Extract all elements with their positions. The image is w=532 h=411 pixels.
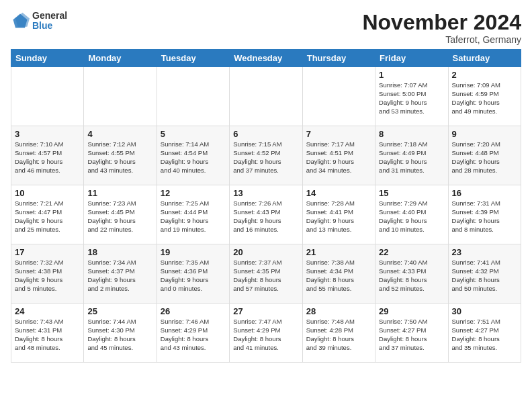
day-number: 11 — [87, 188, 152, 198]
day-number: 21 — [306, 247, 371, 257]
day-number: 13 — [233, 188, 298, 198]
day-number: 19 — [161, 247, 226, 257]
day-info: Sunrise: 7:43 AM Sunset: 4:31 PM Dayligh… — [15, 318, 80, 352]
table-row: 18Sunrise: 7:34 AM Sunset: 4:37 PM Dayli… — [84, 244, 157, 304]
table-row: 5Sunrise: 7:14 AM Sunset: 4:54 PM Daylig… — [157, 126, 229, 185]
day-info: Sunrise: 7:38 AM Sunset: 4:34 PM Dayligh… — [306, 259, 371, 293]
day-info: Sunrise: 7:47 AM Sunset: 4:29 PM Dayligh… — [233, 318, 298, 352]
table-row: 27Sunrise: 7:47 AM Sunset: 4:29 PM Dayli… — [230, 304, 302, 363]
day-info: Sunrise: 7:29 AM Sunset: 4:40 PM Dayligh… — [379, 199, 444, 234]
table-row: 6Sunrise: 7:15 AM Sunset: 4:52 PM Daylig… — [230, 126, 302, 185]
calendar-container: General Blue November 2024 Taferrot, Ger… — [0, 0, 532, 369]
day-number: 25 — [87, 306, 152, 316]
month-title: November 2024 — [362, 11, 521, 34]
table-row: 19Sunrise: 7:35 AM Sunset: 4:36 PM Dayli… — [157, 244, 229, 304]
day-number: 29 — [379, 306, 444, 316]
day-info: Sunrise: 7:48 AM Sunset: 4:28 PM Dayligh… — [306, 318, 371, 352]
table-row: 22Sunrise: 7:40 AM Sunset: 4:33 PM Dayli… — [375, 244, 448, 304]
table-row: 8Sunrise: 7:18 AM Sunset: 4:49 PM Daylig… — [375, 126, 448, 185]
calendar-week-row: 17Sunrise: 7:32 AM Sunset: 4:38 PM Dayli… — [11, 244, 521, 304]
table-row — [157, 67, 229, 126]
svg-marker-1 — [15, 13, 30, 27]
title-block: November 2024 Taferrot, Germany — [362, 11, 521, 45]
day-number: 16 — [452, 188, 517, 198]
day-info: Sunrise: 7:12 AM Sunset: 4:55 PM Dayligh… — [87, 140, 152, 175]
calendar-header-row: Sunday Monday Tuesday Wednesday Thursday… — [11, 50, 521, 67]
logo-general-label: General — [32, 11, 67, 21]
day-number: 24 — [15, 306, 80, 316]
day-number: 6 — [233, 129, 298, 139]
table-row: 10Sunrise: 7:21 AM Sunset: 4:47 PM Dayli… — [11, 185, 84, 244]
day-info: Sunrise: 7:40 AM Sunset: 4:33 PM Dayligh… — [379, 259, 444, 293]
table-row: 7Sunrise: 7:17 AM Sunset: 4:51 PM Daylig… — [302, 126, 375, 185]
day-number: 2 — [452, 70, 517, 80]
day-number: 7 — [306, 129, 371, 139]
table-row: 2Sunrise: 7:09 AM Sunset: 4:59 PM Daylig… — [448, 67, 521, 126]
logo-blue-label: Blue — [32, 21, 67, 31]
day-info: Sunrise: 7:31 AM Sunset: 4:39 PM Dayligh… — [452, 199, 517, 234]
location-label: Taferrot, Germany — [362, 34, 521, 45]
day-info: Sunrise: 7:25 AM Sunset: 4:44 PM Dayligh… — [161, 199, 226, 234]
day-number: 9 — [452, 129, 517, 139]
day-info: Sunrise: 7:09 AM Sunset: 4:59 PM Dayligh… — [452, 81, 517, 116]
day-info: Sunrise: 7:26 AM Sunset: 4:43 PM Dayligh… — [233, 199, 298, 234]
table-row: 21Sunrise: 7:38 AM Sunset: 4:34 PM Dayli… — [302, 244, 375, 304]
table-row: 14Sunrise: 7:28 AM Sunset: 4:41 PM Dayli… — [302, 185, 375, 244]
day-info: Sunrise: 7:14 AM Sunset: 4:54 PM Dayligh… — [161, 140, 226, 175]
table-row: 30Sunrise: 7:51 AM Sunset: 4:27 PM Dayli… — [448, 304, 521, 363]
day-number: 20 — [233, 247, 298, 257]
day-number: 1 — [379, 70, 444, 80]
day-info: Sunrise: 7:21 AM Sunset: 4:47 PM Dayligh… — [15, 199, 80, 234]
day-info: Sunrise: 7:50 AM Sunset: 4:27 PM Dayligh… — [379, 318, 444, 352]
col-friday: Friday — [375, 50, 448, 67]
day-number: 10 — [15, 188, 80, 198]
table-row: 28Sunrise: 7:48 AM Sunset: 4:28 PM Dayli… — [302, 304, 375, 363]
day-number: 15 — [379, 188, 444, 198]
calendar-table: Sunday Monday Tuesday Wednesday Thursday… — [11, 49, 521, 363]
day-number: 5 — [161, 129, 226, 139]
day-info: Sunrise: 7:18 AM Sunset: 4:49 PM Dayligh… — [379, 140, 444, 175]
day-number: 14 — [306, 188, 371, 198]
table-row: 20Sunrise: 7:37 AM Sunset: 4:35 PM Dayli… — [230, 244, 302, 304]
table-row: 26Sunrise: 7:46 AM Sunset: 4:29 PM Dayli… — [157, 304, 229, 363]
table-row: 1Sunrise: 7:07 AM Sunset: 5:00 PM Daylig… — [375, 67, 448, 126]
col-wednesday: Wednesday — [230, 50, 302, 67]
day-info: Sunrise: 7:32 AM Sunset: 4:38 PM Dayligh… — [15, 259, 80, 293]
day-number: 4 — [87, 129, 152, 139]
table-row: 12Sunrise: 7:25 AM Sunset: 4:44 PM Dayli… — [157, 185, 229, 244]
day-info: Sunrise: 7:28 AM Sunset: 4:41 PM Dayligh… — [306, 199, 371, 234]
table-row — [84, 67, 157, 126]
col-sunday: Sunday — [11, 50, 84, 67]
day-info: Sunrise: 7:37 AM Sunset: 4:35 PM Dayligh… — [233, 259, 298, 293]
col-saturday: Saturday — [448, 50, 521, 67]
day-info: Sunrise: 7:35 AM Sunset: 4:36 PM Dayligh… — [161, 259, 226, 293]
day-info: Sunrise: 7:07 AM Sunset: 5:00 PM Dayligh… — [379, 81, 444, 116]
logo-text: General Blue — [32, 11, 67, 32]
day-info: Sunrise: 7:44 AM Sunset: 4:30 PM Dayligh… — [87, 318, 152, 352]
calendar-week-row: 24Sunrise: 7:43 AM Sunset: 4:31 PM Dayli… — [11, 304, 521, 363]
day-info: Sunrise: 7:46 AM Sunset: 4:29 PM Dayligh… — [161, 318, 226, 352]
day-number: 8 — [379, 129, 444, 139]
logo-icon — [11, 11, 30, 30]
table-row: 17Sunrise: 7:32 AM Sunset: 4:38 PM Dayli… — [11, 244, 84, 304]
col-monday: Monday — [84, 50, 157, 67]
day-info: Sunrise: 7:15 AM Sunset: 4:52 PM Dayligh… — [233, 140, 298, 175]
day-number: 26 — [161, 306, 226, 316]
logo: General Blue — [11, 11, 67, 32]
col-tuesday: Tuesday — [157, 50, 229, 67]
day-number: 18 — [87, 247, 152, 257]
day-number: 17 — [15, 247, 80, 257]
table-row: 15Sunrise: 7:29 AM Sunset: 4:40 PM Dayli… — [375, 185, 448, 244]
day-info: Sunrise: 7:20 AM Sunset: 4:48 PM Dayligh… — [452, 140, 517, 175]
day-info: Sunrise: 7:23 AM Sunset: 4:45 PM Dayligh… — [87, 199, 152, 234]
table-row: 24Sunrise: 7:43 AM Sunset: 4:31 PM Dayli… — [11, 304, 84, 363]
table-row — [11, 67, 84, 126]
day-number: 3 — [15, 129, 80, 139]
day-number: 12 — [161, 188, 226, 198]
table-row: 3Sunrise: 7:10 AM Sunset: 4:57 PM Daylig… — [11, 126, 84, 185]
day-number: 28 — [306, 306, 371, 316]
table-row: 23Sunrise: 7:41 AM Sunset: 4:32 PM Dayli… — [448, 244, 521, 304]
day-number: 30 — [452, 306, 517, 316]
header: General Blue November 2024 Taferrot, Ger… — [11, 11, 521, 45]
table-row — [302, 67, 375, 126]
